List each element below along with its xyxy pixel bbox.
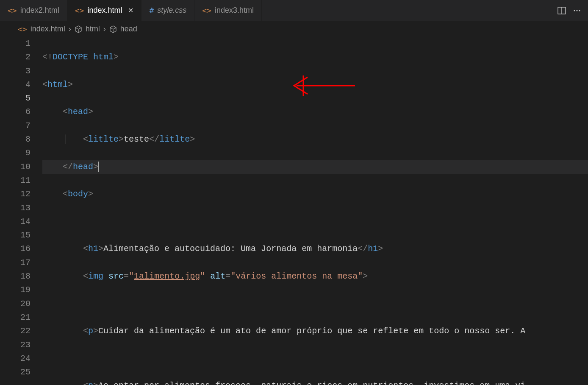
html-file-icon: <> [18, 25, 27, 33]
text-cursor [98, 162, 99, 172]
breadcrumb-segment: html [86, 25, 100, 33]
breadcrumb-segment: head [120, 25, 137, 33]
chevron-right-icon: › [103, 25, 106, 33]
code-editor[interactable]: 1234567891011121314151617181920212223242… [0, 37, 588, 385]
split-editor-icon[interactable] [557, 6, 566, 15]
code-area[interactable]: <!DOCTYPE html> <html> <head> │ <litlte>… [42, 37, 588, 385]
more-actions-icon[interactable] [573, 6, 581, 15]
tab-label: index3.html [215, 6, 254, 15]
tab-label: style.css [157, 6, 186, 15]
html-file-icon: <> [202, 6, 211, 15]
tab-index-active[interactable]: <> index.html ✕ [67, 0, 142, 21]
tab-label: index2.html [20, 6, 59, 15]
close-icon[interactable]: ✕ [128, 6, 133, 14]
breadcrumb[interactable]: <> index.html › html › head [0, 21, 588, 37]
breadcrumb-file: index.html [31, 25, 65, 33]
svg-point-2 [574, 10, 575, 11]
tab-stylecss[interactable]: # style.css [141, 0, 194, 21]
tab-index2[interactable]: <> index2.html [0, 0, 67, 21]
chevron-right-icon: › [69, 25, 71, 33]
tab-index3[interactable]: <> index3.html [194, 0, 262, 21]
editor-tabs: <> index2.html <> index.html ✕ # style.c… [0, 0, 588, 21]
html-file-icon: <> [75, 6, 84, 15]
svg-point-4 [579, 10, 580, 11]
cube-icon [75, 25, 82, 33]
html-file-icon: <> [8, 6, 17, 15]
tab-actions [557, 6, 588, 15]
css-file-icon: # [149, 6, 154, 15]
cube-icon [109, 25, 117, 33]
tab-label: index.html [87, 6, 122, 15]
svg-point-3 [576, 10, 577, 11]
line-gutter: 1234567891011121314151617181920212223242… [0, 37, 42, 385]
